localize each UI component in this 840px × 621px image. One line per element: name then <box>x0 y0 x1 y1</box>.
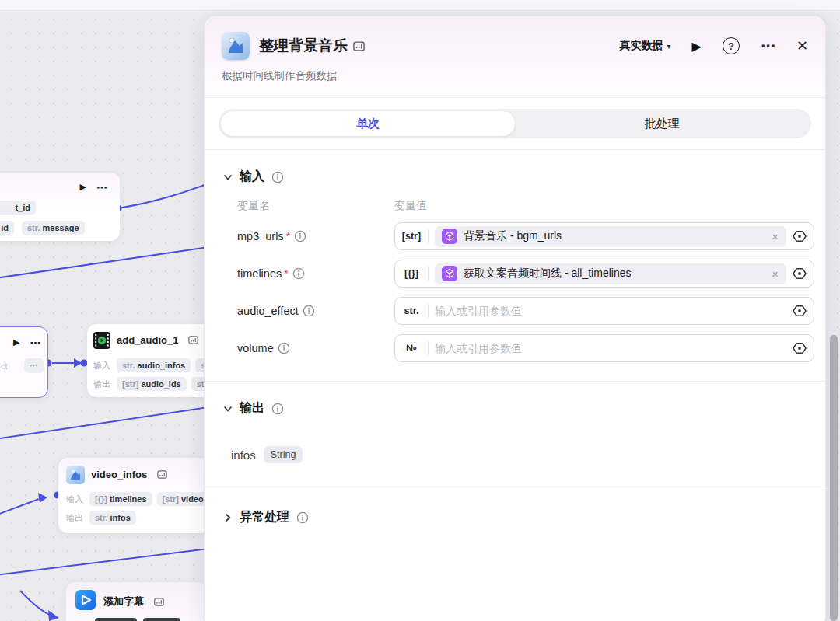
tab-single[interactable]: 单次 <box>221 111 515 136</box>
param-name: timelines <box>237 267 282 280</box>
node-video-infos[interactable]: video_infos 输入 [{}]timelines [str]video_… <box>58 458 211 533</box>
required-mark: * <box>286 230 290 242</box>
remove-reference-icon[interactable]: × <box>771 230 779 243</box>
io-output-label: 输出 <box>93 379 112 390</box>
info-icon[interactable] <box>278 342 290 354</box>
output-section-title: 输出 <box>240 400 264 417</box>
info-icon[interactable] <box>292 267 305 280</box>
io-pill: [{}]timelines <box>89 492 152 506</box>
panel-title: 整理背景音乐 <box>259 36 348 56</box>
data-mode-label: 真实数据 <box>620 39 663 53</box>
required-mark: * <box>284 267 288 280</box>
divider <box>428 267 429 281</box>
io-input-label: 输入 <box>66 494 85 505</box>
panel-subtitle: 根据时间线制作音频数据 <box>222 69 808 83</box>
run-button[interactable]: ▶ <box>692 39 702 54</box>
param-name: volume <box>237 342 274 354</box>
node-more-icon[interactable]: ⋯ <box>96 183 107 191</box>
io-input-label: 输入 <box>93 360 112 372</box>
canvas-top-strip <box>0 0 840 9</box>
reference-value: 获取文案音频时间线 - all_timelines <box>464 267 631 281</box>
info-icon[interactable] <box>271 171 284 183</box>
rack-icon <box>353 41 365 51</box>
chevron-right-icon <box>223 513 233 522</box>
video-infos-icon <box>66 466 85 484</box>
value-input[interactable] <box>435 305 786 317</box>
node-more-icon[interactable]: ⋯ <box>30 339 40 347</box>
param-row-mp3-urls: mp3_urls * [str] 背景音乐 - bgm_urls × <box>237 222 814 250</box>
io-pill: str.audio_infos <box>117 358 191 372</box>
param-name: mp3_urls <box>237 230 284 242</box>
node-partial-text: ct <box>1 361 8 371</box>
exception-section-header[interactable]: 异常处理 <box>205 490 825 538</box>
chevron-down-icon <box>223 404 233 413</box>
io-pill: [str]audio_ids <box>117 377 187 391</box>
info-icon[interactable] <box>296 511 309 524</box>
info-icon[interactable] <box>303 305 315 317</box>
exception-section-title: 异常处理 <box>240 509 289 525</box>
reference-selector-icon[interactable] <box>793 305 807 317</box>
node-title: video_infos <box>91 469 147 480</box>
node-output-pill: t_id <box>0 201 36 215</box>
node-app-icon <box>222 32 250 60</box>
io-output-label: 输出 <box>66 512 85 524</box>
type-badge: str. <box>401 305 422 316</box>
output-section-header[interactable]: 输出 <box>205 382 825 429</box>
reference-selector-icon[interactable] <box>793 230 807 242</box>
more-button[interactable]: ⋯ <box>761 37 775 55</box>
type-badge: [str] <box>401 231 422 242</box>
node-add-subtitle[interactable]: 添加字幕 <box>66 582 208 621</box>
param-row-audio-effect: audio_effect str. <box>237 297 814 325</box>
reference-selector-icon[interactable] <box>793 267 807 280</box>
chevron-down-icon: ▾ <box>667 42 671 51</box>
io-pill: str.infos <box>89 511 136 525</box>
value-field[interactable]: № <box>394 334 814 362</box>
subtitle-node-icon <box>75 590 96 610</box>
param-name: audio_effect <box>237 305 299 317</box>
rack-icon <box>157 470 167 479</box>
node-pill-stub <box>143 618 180 621</box>
type-badge: [{}] <box>401 268 422 279</box>
node-run-icon[interactable]: ▶ <box>80 182 86 192</box>
node-title: 添加字幕 <box>103 595 144 609</box>
output-name: infos <box>231 448 256 462</box>
param-row-timelines: timelines * [{}] 获取文案音频时间线 - all_timelin… <box>237 260 814 288</box>
node-run-icon[interactable]: ▶ <box>13 337 19 347</box>
rack-icon <box>188 336 198 344</box>
column-variable-name: 变量名 <box>237 199 394 213</box>
reference-tag[interactable]: 获取文案音频时间线 - all_timelines × <box>435 263 786 284</box>
value-field[interactable]: [str] 背景音乐 - bgm_urls × <box>394 222 814 250</box>
param-row-volume: volume № <box>237 334 814 362</box>
input-section-title: 输入 <box>240 169 264 185</box>
reference-selector-icon[interactable] <box>793 342 807 354</box>
value-field[interactable]: [{}] 获取文案音频时间线 - all_timelines × <box>394 260 814 288</box>
node-partial-selected[interactable]: ▶ ⋯ ct ⋯ <box>0 326 48 398</box>
output-type-badge: String <box>264 446 303 463</box>
help-button[interactable]: ? <box>723 37 740 54</box>
divider <box>428 341 429 355</box>
rack-icon <box>154 598 164 606</box>
node-pill-stub <box>95 618 137 621</box>
reference-value: 背景音乐 - bgm_urls <box>464 229 562 243</box>
scrollbar-thumb[interactable] <box>830 335 838 621</box>
tab-batch[interactable]: 批处理 <box>515 111 809 136</box>
data-mode-dropdown[interactable]: 真实数据 ▾ <box>620 39 671 53</box>
node-add-audio[interactable]: add_audio_1 输入 str.audio_infos str.dra 输… <box>87 324 218 397</box>
node-partial-top-left[interactable]: ▶ ⋯ t_id id str.message <box>0 173 120 241</box>
reference-tag[interactable]: 背景音乐 - bgm_urls × <box>435 226 786 247</box>
input-section-header[interactable]: 输入 <box>205 150 825 197</box>
film-icon <box>93 332 110 349</box>
info-icon[interactable] <box>294 230 306 242</box>
run-mode-tabs: 单次 批处理 <box>205 98 825 150</box>
chevron-down-icon <box>223 173 233 182</box>
value-input[interactable] <box>435 342 786 354</box>
info-icon[interactable] <box>271 403 284 415</box>
close-button[interactable]: ✕ <box>796 37 808 54</box>
value-field[interactable]: str. <box>394 297 814 325</box>
node-output-pill: id <box>0 221 14 235</box>
node-title: add_audio_1 <box>117 334 178 346</box>
remove-reference-icon[interactable]: × <box>771 267 779 281</box>
column-variable-value: 变量值 <box>394 199 814 213</box>
plugin-cube-icon <box>442 229 457 244</box>
node-mini-more[interactable]: ⋯ <box>24 358 44 373</box>
